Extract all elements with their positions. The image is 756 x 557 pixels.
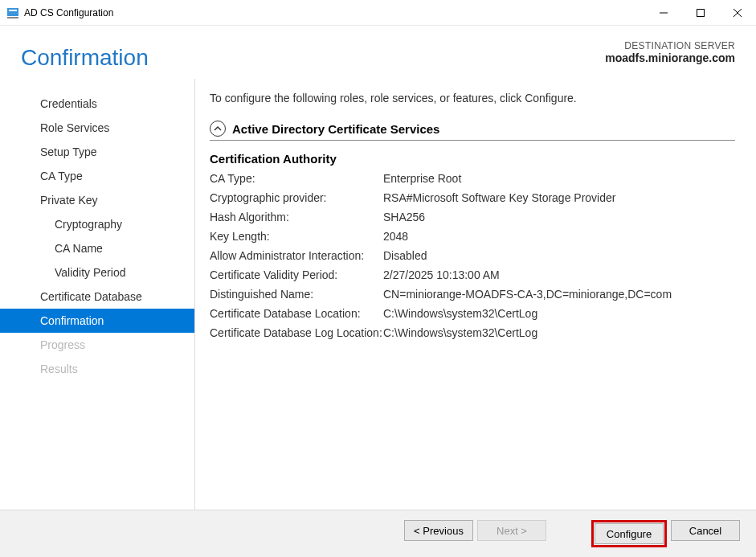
configure-button[interactable]: Configure	[595, 523, 664, 544]
sidebar: CredentialsRole ServicesSetup TypeCA Typ…	[0, 79, 195, 510]
sidebar-item-confirmation[interactable]: Confirmation	[0, 309, 194, 333]
property-value: RSA#Microsoft Software Key Storage Provi…	[383, 191, 735, 204]
intro-text: To configure the following roles, role s…	[210, 92, 735, 104]
app-icon	[6, 6, 19, 19]
svg-rect-2	[7, 17, 18, 18]
property-row: Allow Administrator Interaction:Disabled	[210, 249, 735, 262]
svg-rect-4	[697, 9, 705, 16]
sidebar-item-ca-name[interactable]: CA Name	[0, 236, 194, 260]
property-value: 2048	[383, 230, 735, 243]
property-label: Distinguished Name:	[210, 288, 383, 301]
property-label: Allow Administrator Interaction:	[210, 249, 383, 262]
sidebar-item-progress: Progress	[0, 333, 194, 357]
destination-label: DESTINATION SERVER	[605, 40, 735, 51]
maximize-button[interactable]	[682, 0, 719, 26]
property-label: Certificate Database Log Location:	[210, 326, 383, 339]
sidebar-item-certificate-database[interactable]: Certificate Database	[0, 285, 194, 309]
footer: < Previous Next > Configure Cancel	[0, 510, 756, 557]
sidebar-item-setup-type[interactable]: Setup Type	[0, 140, 194, 164]
property-row: Distinguished Name:CN=miniorange-MOADFS-…	[210, 288, 735, 301]
properties-list: CA Type:Enterprise RootCryptographic pro…	[210, 172, 735, 339]
header: Confirmation DESTINATION SERVER moadfs.m…	[0, 26, 756, 79]
minimize-button[interactable]	[645, 0, 682, 26]
property-label: Cryptographic provider:	[210, 191, 383, 204]
property-value: C:\Windows\system32\CertLog	[383, 307, 735, 320]
content: To configure the following roles, role s…	[195, 79, 756, 510]
cancel-button[interactable]: Cancel	[671, 520, 740, 541]
chevron-up-icon	[210, 121, 226, 137]
property-label: Certificate Validity Period:	[210, 268, 383, 281]
svg-rect-0	[7, 8, 18, 16]
sidebar-item-role-services[interactable]: Role Services	[0, 116, 194, 140]
property-row: Certificate Validity Period:2/27/2025 10…	[210, 268, 735, 281]
previous-button[interactable]: < Previous	[404, 520, 473, 541]
property-label: CA Type:	[210, 172, 383, 185]
subsection-title: Certification Authority	[210, 152, 735, 166]
sidebar-item-credentials[interactable]: Credentials	[0, 92, 194, 116]
property-value: 2/27/2025 10:13:00 AM	[383, 268, 735, 281]
property-row: Cryptographic provider:RSA#Microsoft Sof…	[210, 191, 735, 204]
property-row: CA Type:Enterprise Root	[210, 172, 735, 185]
property-row: Certificate Database Location:C:\Windows…	[210, 307, 735, 320]
property-row: Key Length:2048	[210, 230, 735, 243]
property-row: Hash Algorithm:SHA256	[210, 211, 735, 223]
property-value: CN=miniorange-MOADFS-CA-3,DC=miniorange,…	[383, 288, 735, 301]
next-button[interactable]: Next >	[477, 520, 546, 541]
sidebar-item-cryptography[interactable]: Cryptography	[0, 212, 194, 236]
section-header[interactable]: Active Directory Certificate Services	[210, 121, 735, 141]
property-value: Enterprise Root	[383, 172, 735, 185]
destination-server: DESTINATION SERVER moadfs.miniorange.com	[605, 40, 735, 64]
property-value: C:\Windows\system32\CertLog	[383, 326, 735, 339]
titlebar: AD CS Configuration	[0, 0, 756, 26]
sidebar-item-results: Results	[0, 357, 194, 381]
property-label: Certificate Database Location:	[210, 307, 383, 320]
property-label: Key Length:	[210, 230, 383, 243]
configure-highlight: Configure	[591, 520, 667, 547]
window-controls	[645, 0, 756, 26]
svg-rect-1	[9, 10, 17, 11]
section-title: Active Directory Certificate Services	[232, 122, 439, 136]
close-button[interactable]	[719, 0, 756, 26]
window-title: AD CS Configuration	[24, 7, 645, 18]
sidebar-item-private-key[interactable]: Private Key	[0, 188, 194, 212]
property-value: Disabled	[383, 249, 735, 262]
destination-value: moadfs.miniorange.com	[605, 51, 735, 64]
sidebar-item-validity-period[interactable]: Validity Period	[0, 260, 194, 285]
property-value: SHA256	[383, 211, 735, 223]
page-title: Confirmation	[21, 45, 605, 71]
body: CredentialsRole ServicesSetup TypeCA Typ…	[0, 79, 756, 510]
property-row: Certificate Database Log Location:C:\Win…	[210, 326, 735, 339]
sidebar-item-ca-type[interactable]: CA Type	[0, 164, 194, 188]
property-label: Hash Algorithm:	[210, 211, 383, 223]
